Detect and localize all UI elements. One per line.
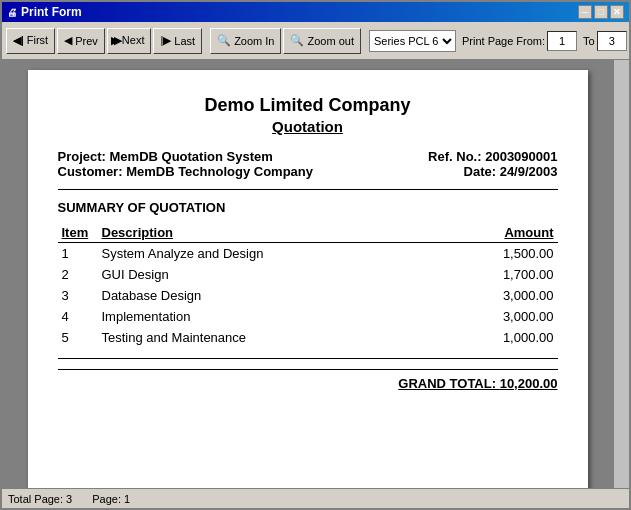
table-row: 3 Database Design 3,000.00: [58, 285, 558, 306]
date-value: 24/9/2003: [500, 164, 558, 179]
project-line: Project: MemDB Quotation System: [58, 149, 313, 164]
next-label: ▶ Next: [111, 34, 145, 47]
window-close-button[interactable]: ✕: [610, 5, 624, 19]
row-item: 5: [58, 327, 98, 348]
date-line: Date: 24/9/2003: [428, 164, 557, 179]
current-page: Page: 1: [92, 493, 130, 505]
zoom-in-icon: 🔍: [217, 34, 231, 47]
row-description: System Analyze and Design: [98, 243, 440, 265]
minimize-button[interactable]: ─: [578, 5, 592, 19]
project-value: MemDB Quotation System: [110, 149, 273, 164]
row-item: 3: [58, 285, 98, 306]
row-item: 2: [58, 264, 98, 285]
first-label: ◀| First: [13, 34, 48, 47]
page-to-input[interactable]: [597, 31, 627, 51]
title-bar-controls: ─ □ ✕: [578, 5, 624, 19]
table-row: 2 GUI Design 1,700.00: [58, 264, 558, 285]
customer-line: Customer: MemDB Technology Company: [58, 164, 313, 179]
page-scroll[interactable]: Demo Limited Company Quotation Project: …: [2, 60, 613, 488]
divider-1: [58, 189, 558, 190]
ref-line: Ref. No.: 2003090001: [428, 149, 557, 164]
row-amount: 3,000.00: [440, 306, 558, 327]
prev-icon: ◀: [64, 34, 72, 47]
row-amount: 1,500.00: [440, 243, 558, 265]
customer-value: MemDB Technology Company: [126, 164, 313, 179]
print-form-window: 🖨 Print Form ─ □ ✕ ◀| ◀| First ◀ Prev ▶ …: [0, 0, 631, 510]
meta-left: Project: MemDB Quotation System Customer…: [58, 149, 313, 179]
first-button[interactable]: ◀| ◀| First: [6, 28, 55, 54]
table-row: 5 Testing and Maintenance 1,000.00: [58, 327, 558, 348]
ref-value: 2003090001: [485, 149, 557, 164]
vertical-scrollbar[interactable]: [613, 60, 629, 488]
page-from-label: Print Page From:: [462, 35, 545, 47]
next-button[interactable]: ▶ ▶ Next: [107, 28, 152, 54]
document-page: Demo Limited Company Quotation Project: …: [28, 70, 588, 488]
zoom-in-label: Zoom In: [234, 35, 274, 47]
row-amount: 1,000.00: [440, 327, 558, 348]
customer-label: Customer:: [58, 164, 123, 179]
zoom-out-button[interactable]: 🔍 Zoom out: [283, 28, 360, 54]
ref-label: Ref. No.:: [428, 149, 481, 164]
table-header-row: Item Description Amount: [58, 223, 558, 243]
section-title: SUMMARY OF QUOTATION: [58, 200, 558, 215]
date-label: Date:: [464, 164, 497, 179]
zoom-in-button[interactable]: 🔍 Zoom In: [210, 28, 281, 54]
divider-2: [58, 358, 558, 359]
row-item: 1: [58, 243, 98, 265]
document-type: Quotation: [58, 118, 558, 135]
meta-left-block: Project: MemDB Quotation System Customer…: [58, 149, 558, 179]
page-from-input[interactable]: [547, 31, 577, 51]
grand-total-row: GRAND TOTAL: 10,200.00: [58, 369, 558, 391]
zoom-out-icon: 🔍: [290, 34, 304, 47]
toolbar: ◀| ◀| First ◀ Prev ▶ ▶ Next |▶ Last 🔍 Zo…: [2, 22, 629, 60]
table-row: 4 Implementation 3,000.00: [58, 306, 558, 327]
meta-right: Ref. No.: 2003090001 Date: 24/9/2003: [428, 149, 557, 179]
row-description: Testing and Maintenance: [98, 327, 440, 348]
page-to-label: To: [583, 35, 595, 47]
title-bar-left: 🖨 Print Form: [7, 5, 82, 19]
col-amount: Amount: [440, 223, 558, 243]
title-bar: 🖨 Print Form ─ □ ✕: [2, 2, 629, 22]
row-description: GUI Design: [98, 264, 440, 285]
grand-total-label: GRAND TOTAL:: [398, 376, 496, 391]
grand-total-value: 10,200.00: [500, 376, 558, 391]
row-description: Database Design: [98, 285, 440, 306]
maximize-button[interactable]: □: [594, 5, 608, 19]
row-amount: 1,700.00: [440, 264, 558, 285]
total-pages: Total Page: 3: [8, 493, 72, 505]
prev-button[interactable]: ◀ Prev: [57, 28, 105, 54]
row-amount: 3,000.00: [440, 285, 558, 306]
window-title: Print Form: [21, 5, 82, 19]
last-label: Last: [174, 35, 195, 47]
zoom-out-label: Zoom out: [307, 35, 353, 47]
company-name: Demo Limited Company: [58, 95, 558, 116]
quotation-table: Item Description Amount 1 System Analyze…: [58, 223, 558, 348]
window-icon: 🖨: [7, 7, 17, 18]
last-button[interactable]: |▶ Last: [153, 28, 202, 54]
status-bar: Total Page: 3 Page: 1: [2, 488, 629, 508]
col-description: Description: [98, 223, 440, 243]
table-row: 1 System Analyze and Design 1,500.00: [58, 243, 558, 265]
content-area: Demo Limited Company Quotation Project: …: [2, 60, 629, 488]
col-item: Item: [58, 223, 98, 243]
row-item: 4: [58, 306, 98, 327]
printer-select[interactable]: Series PCL 6: [369, 30, 456, 52]
row-description: Implementation: [98, 306, 440, 327]
prev-label: Prev: [75, 35, 98, 47]
project-label: Project:: [58, 149, 106, 164]
last-icon: |▶: [160, 34, 171, 47]
